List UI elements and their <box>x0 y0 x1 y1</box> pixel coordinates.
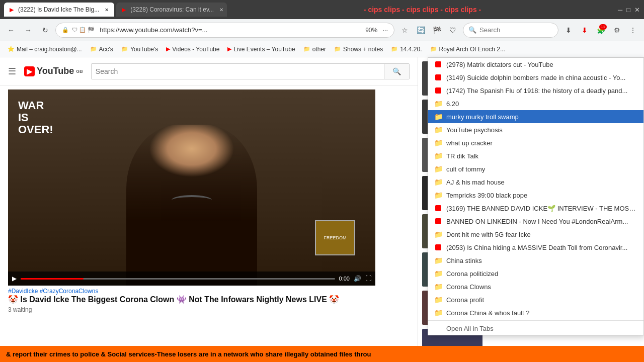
dropdown-item-10[interactable]: 📁 AJ & his mad house <box>428 175 643 189</box>
dropdown-item-19[interactable]: 📁 Corona profit <box>428 293 643 306</box>
search-input[interactable] <box>479 26 553 34</box>
tab-label-1: (3222) Is David Icke The Big... <box>18 6 99 13</box>
dropdown-item-4[interactable]: 📁 6.20 <box>428 97 643 110</box>
bookmark-shows-notes[interactable]: 📁 Shows + notes <box>331 44 386 54</box>
dropdown-item-11[interactable]: 📁 Tempricks 39:00 black pope <box>428 189 643 202</box>
yt-search-bar[interactable]: 🔍 <box>91 63 410 79</box>
dropdown-item-15[interactable]: (2053) Is China hiding a MASSIVE Death T… <box>428 241 643 254</box>
bookmark-date[interactable]: 📁 14.4.20. <box>387 44 425 54</box>
back-button[interactable]: ← <box>4 23 18 37</box>
video-controls[interactable]: ▶ 0:00 🔊 ⛶ <box>8 272 375 286</box>
forward-button[interactable]: → <box>21 23 35 37</box>
tab-close-1[interactable]: ✕ <box>103 6 110 13</box>
bookmark-royal-arch[interactable]: 📁 Royal Arch Of Enoch 2... <box>427 44 509 54</box>
maximize-btn[interactable]: □ <box>626 6 630 14</box>
dropdown-item-1[interactable]: (2978) Matrix dictators cut - YouTube <box>428 58 643 71</box>
flag-icon[interactable]: 🏁 <box>430 23 444 37</box>
folder-icon-5: 📁 <box>434 113 442 121</box>
yt-icon-1 <box>434 60 442 68</box>
search-box[interactable]: 🔍 <box>463 23 558 38</box>
toolbar-icons: ☆ 🔄 🏁 🛡 <box>397 23 460 37</box>
youtube-logo[interactable]: ▶ YouTube GB <box>24 66 83 76</box>
dropdown-item-17[interactable]: 📁 Corona politicized <box>428 267 643 280</box>
right-panel: nei... OR... ube ou... <box>418 57 644 346</box>
hamburger-menu[interactable]: ☰ <box>8 66 16 77</box>
dropdown-item-12[interactable]: (3169) THE BANNED DAVID ICKE🌱 INTERVIEW … <box>428 202 643 215</box>
video-title: 🤡 Is David Icke The Biggest Corona Clown… <box>8 295 410 305</box>
dropdown-label-18: Corona Clowns <box>446 283 637 291</box>
folder-icon-20: 📁 <box>434 309 442 317</box>
sync-icon[interactable]: 🔄 <box>414 23 428 37</box>
folder-icon-18: 📁 <box>434 283 442 291</box>
minimize-btn[interactable]: ─ <box>618 6 622 14</box>
yt-search-button[interactable]: 🔍 <box>384 64 409 79</box>
dropdown-item-2[interactable]: (3149) Suicide dolphin bombers made in c… <box>428 71 643 84</box>
play-button[interactable]: ▶ <box>12 275 17 282</box>
dropdown-item-18[interactable]: 📁 Corona Clowns <box>428 280 643 293</box>
extension-badge: 11 <box>599 24 607 30</box>
bookmark-mail[interactable]: ⭐ Mail – craig.houston@... <box>4 44 86 54</box>
extensions-icon[interactable]: 🧩 11 <box>594 23 608 37</box>
main-content: ☰ ▶ YouTube GB 🔍 WARISOVER! <box>0 57 644 346</box>
zoom-level: 90% <box>363 27 379 34</box>
dropdown-item-14[interactable]: 📁 Dont hit me with 5G fear Icke <box>428 228 643 241</box>
progress-bar[interactable] <box>21 278 335 280</box>
bookmark-videos-label: Videos - YouTube <box>172 46 219 53</box>
tab-inactive-2[interactable]: ▶ (3228) Coronavirus: Can it ev... ✕ <box>116 3 227 17</box>
dropdown-label-16: China stinks <box>446 257 637 264</box>
yt-gb-badge: GB <box>76 69 83 74</box>
dropdown-item-20[interactable]: 📁 Corona China & whos fault ? <box>428 306 643 319</box>
url-text: https://www.youtube.com/watch?v=... <box>100 26 360 34</box>
extension-red-icon[interactable]: ⬇ <box>578 23 592 37</box>
dropdown-item-5[interactable]: 📁 murky murky troll swamp <box>428 110 643 123</box>
shield-icon[interactable]: 🛡 <box>446 23 460 37</box>
tab-close-2[interactable]: ✕ <box>218 6 225 13</box>
dropdown-label-12: (3169) THE BANNED DAVID ICKE🌱 INTERVIEW … <box>446 205 637 212</box>
refresh-button[interactable]: ↻ <box>38 23 52 37</box>
tab-active[interactable]: ▶ (3222) Is David Icke The Big... ✕ <box>4 3 114 17</box>
bookmark-other[interactable]: 📁 other <box>300 44 330 54</box>
folder-icon-8: 📁 <box>434 152 442 160</box>
address-bar[interactable]: 🔒 🛡 📋 🏁 https://www.youtube.com/watch?v=… <box>55 23 394 38</box>
right-toolbar-icons: ⬇ ⬇ 🧩 11 ⚙ ⋮ <box>561 23 640 37</box>
dropdown-label-5: murky murky troll swamp <box>446 113 637 121</box>
settings-icon[interactable]: ⚙ <box>610 23 624 37</box>
dropdown-label-20: Corona China & whos fault ? <box>446 309 637 317</box>
folder-icon-17: 📁 <box>434 269 442 278</box>
bookmark-date-label: 14.4.20. <box>400 46 422 53</box>
video-frame: WARISOVER! FREEDOM <box>8 89 375 286</box>
folder-icon-6: 📁 <box>434 126 442 134</box>
bookmark-videos-youtube[interactable]: ▶ Videos - YouTube <box>163 44 223 54</box>
bookmark-other-label: other <box>312 46 326 53</box>
toolbar: ← → ↻ 🔒 🛡 📋 🏁 https://www.youtube.com/wa… <box>0 19 644 41</box>
bookmark-live-events[interactable]: ▶ Live Events – YouTube <box>224 44 298 54</box>
yt-search-input[interactable] <box>92 64 384 79</box>
close-btn[interactable]: ✕ <box>634 6 640 14</box>
dropdown-open-all[interactable]: Open All in Tabs <box>428 322 643 335</box>
yt-icon-13 <box>434 217 442 225</box>
bookmark-accs[interactable]: 📁 Acc's <box>87 44 117 54</box>
folder-icon-10: 📁 <box>434 178 442 186</box>
bookmark-dropdown: (2978) Matrix dictators cut - YouTube (3… <box>428 57 644 335</box>
dropdown-item-3[interactable]: (1742) The Spanish Flu of 1918: the hist… <box>428 84 643 97</box>
fullscreen-icon[interactable]: ⛶ <box>365 275 371 282</box>
folder-icon-16: 📁 <box>434 256 442 264</box>
folder-icon-9: 📁 <box>434 165 442 173</box>
dropdown-item-7[interactable]: 📁 what up cracker <box>428 136 643 149</box>
open-all-label: Open All in Tabs <box>446 325 637 332</box>
dropdown-item-16[interactable]: 📁 China stinks <box>428 254 643 267</box>
tab-favicon-1: ▶ <box>8 6 15 13</box>
download-icon[interactable]: ⬇ <box>561 23 576 37</box>
bookmark-youtubes[interactable]: 📁 YouTube's <box>118 44 162 54</box>
volume-icon[interactable]: 🔊 <box>354 275 361 282</box>
yt-videos-icon: ▶ <box>166 46 170 52</box>
dropdown-item-6[interactable]: 📁 YouTube psychosis <box>428 123 643 136</box>
more-menu-icon[interactable]: ⋮ <box>626 23 640 37</box>
dropdown-item-9[interactable]: 📁 cult of tommy <box>428 162 643 175</box>
video-player[interactable]: WARISOVER! FREEDOM ▶ 0:00 <box>8 89 375 286</box>
more-address-btn[interactable]: ··· <box>382 26 388 34</box>
bookmark-star[interactable]: ☆ <box>397 23 412 37</box>
dropdown-item-13[interactable]: BANNED ON LINKEDIN - Now I Need You #Lon… <box>428 215 643 228</box>
folder-icon-14: 📁 <box>434 230 442 238</box>
dropdown-item-8[interactable]: 📁 TR dik Talk <box>428 149 643 162</box>
